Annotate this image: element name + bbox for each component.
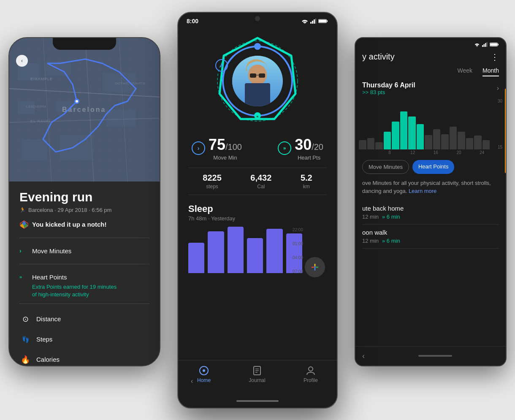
- journal-label: Journal: [249, 377, 265, 383]
- steps-label: Steps: [36, 336, 149, 343]
- entry-1[interactable]: ute back home 12 min » 6 min: [362, 201, 499, 225]
- sleep-title: Sleep: [188, 203, 327, 214]
- move-minutes-filter[interactable]: Move Minutes: [362, 160, 409, 174]
- more-options-button[interactable]: ⋮: [491, 52, 499, 62]
- distance-icon: ⊙: [19, 313, 31, 325]
- month-tab[interactable]: Month: [482, 67, 499, 76]
- entry-2-time: 12 min: [362, 238, 379, 244]
- right-description: ove Minutes for all your physical activi…: [355, 179, 506, 201]
- y-label-30: 30: [498, 99, 502, 103]
- right-status-bar: [355, 38, 506, 49]
- heart-pts-label: Heart Pts: [295, 154, 323, 161]
- calories-label: Calories: [36, 356, 149, 363]
- right-signal-icon: [482, 42, 488, 47]
- nav-home[interactable]: Home: [197, 366, 211, 383]
- steps-value: 8225: [203, 173, 222, 183]
- sleep-bar-2: [208, 231, 224, 273]
- activity-chart: 30 15: [355, 97, 506, 149]
- add-fab[interactable]: [305, 257, 325, 277]
- right-home-indicator: [418, 355, 452, 357]
- avatar-rings: «: [211, 35, 304, 127]
- chart-bar: [450, 127, 457, 149]
- profile-label: Profile: [304, 377, 318, 383]
- move-min-button[interactable]: ›: [192, 141, 205, 155]
- svg-rect-27: [310, 22, 312, 24]
- chart-x-labels-row: 8 12 16 20 24: [355, 149, 506, 155]
- sleep-section: Sleep 7h 48m · Yesterday: [188, 203, 327, 282]
- nav-journal[interactable]: Journal: [249, 366, 265, 383]
- svg-point-58: [477, 46, 477, 46]
- move-minutes-row[interactable]: › Move Minutes: [19, 243, 149, 259]
- phone-left: Barcelona EIXAMPLE GOTHIC QUARTE L'ESQUE…: [8, 37, 160, 366]
- chart-bar: [425, 135, 432, 149]
- chart-bar: [367, 138, 375, 149]
- chart-bar: [482, 140, 490, 149]
- learn-more-link[interactable]: Learn more: [409, 188, 436, 194]
- heart-pts-button[interactable]: »: [278, 141, 291, 155]
- entry-2-title: oon walk: [362, 229, 499, 236]
- calories-item[interactable]: 🔥 Calories: [19, 350, 149, 366]
- battery-icon: [318, 19, 328, 24]
- svg-rect-30: [315, 19, 316, 24]
- time-label-07: 07:00: [293, 269, 303, 274]
- svg-rect-14: [60, 135, 94, 160]
- svg-point-52: [203, 369, 205, 372]
- entry-1-stats: 12 min » 6 min: [362, 214, 499, 220]
- svg-rect-29: [314, 19, 315, 24]
- svg-rect-61: [485, 43, 486, 47]
- chart-bar: [433, 129, 441, 149]
- move-min-label: Move Minutes: [32, 247, 149, 255]
- distance-label: Distance: [36, 315, 149, 322]
- svg-text:L'ESQUERRA: L'ESQUERRA: [26, 105, 46, 108]
- heart-pts-label: Heart Points: [32, 274, 149, 281]
- back-button[interactable]: ‹: [16, 55, 28, 67]
- journal-icon: [252, 366, 262, 376]
- x-label-24: 24: [474, 150, 490, 155]
- svg-point-26: [304, 23, 305, 24]
- svg-text:EL RAVAL: EL RAVAL: [30, 119, 51, 123]
- svg-rect-33: [319, 20, 326, 22]
- chart-bar: [359, 140, 366, 149]
- move-min-label: Move Min: [209, 154, 242, 161]
- heart-points-filter[interactable]: Heart Points: [412, 160, 455, 174]
- entry-2[interactable]: oon walk 12 min » 6 min: [362, 225, 499, 249]
- entry-2-stats: 12 min » 6 min: [362, 238, 499, 244]
- svg-rect-62: [487, 42, 488, 47]
- steps-item[interactable]: 👣 Steps: [19, 329, 149, 350]
- steps-label: steps: [203, 184, 222, 190]
- activity-entries: ute back home 12 min » 6 min oon walk 12…: [355, 201, 506, 249]
- svg-point-57: [309, 367, 313, 371]
- activity-list: ⊙ Distance 👣 Steps 🔥 Calories ⏱ Pace: [19, 309, 149, 366]
- svg-point-21: [76, 100, 78, 103]
- scene: Barcelona EIXAMPLE GOTHIC QUARTE L'ESQUE…: [8, 12, 507, 409]
- entry-1-extra: » 6 min: [382, 214, 400, 220]
- distance-item[interactable]: ⊙ Distance: [19, 309, 149, 329]
- chart-bar: [400, 111, 408, 149]
- kicked-text: You kicked it up a notch!: [32, 221, 106, 228]
- avatar-image: [232, 56, 283, 106]
- svg-rect-28: [312, 21, 313, 24]
- heart-points-row[interactable]: » Heart Points: [19, 269, 149, 285]
- svg-text:«: «: [256, 114, 258, 119]
- sleep-bar-4: [247, 238, 263, 273]
- right-wifi-icon: [474, 42, 480, 47]
- nav-profile[interactable]: Profile: [304, 366, 318, 383]
- sleep-chart-container: 22:00 01:00 04:00 07:00: [188, 227, 327, 282]
- time-label-01: 01:00: [293, 241, 303, 246]
- center-back-btn[interactable]: ‹: [191, 377, 193, 385]
- right-back-btn[interactable]: ‹: [362, 352, 365, 360]
- chevron-up-button[interactable]: ∧: [215, 59, 228, 72]
- chart-bar: [392, 122, 399, 149]
- right-battery-icon: [490, 42, 499, 47]
- sleep-bar-3: [228, 227, 244, 273]
- sleep-time-labels: 22:00 01:00 04:00 07:00: [293, 228, 303, 274]
- camera-notch: [255, 16, 260, 21]
- date-chevron[interactable]: ›: [497, 84, 499, 92]
- week-tab[interactable]: Week: [458, 67, 473, 76]
- svg-rect-32: [327, 20, 328, 22]
- svg-rect-45: [259, 73, 265, 78]
- svg-rect-13: [22, 139, 47, 160]
- right-bottom-nav: ‹: [355, 346, 506, 366]
- svg-text:EIXAMPLE: EIXAMPLE: [30, 77, 53, 81]
- home-label: Home: [197, 377, 211, 383]
